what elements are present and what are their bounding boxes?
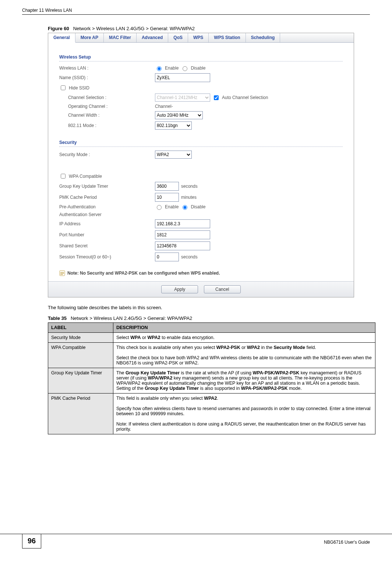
tab-wps[interactable]: WPS: [188, 33, 209, 42]
tab-advanced[interactable]: Advanced: [137, 33, 168, 42]
wpa-compatible-checkbox[interactable]: [61, 174, 66, 179]
authsrv-label: Authentication Server: [59, 212, 155, 217]
cell-desc: The Group Key Update Timer is the rate a…: [113, 368, 375, 394]
cell-label: Group Key Update Timer: [48, 368, 113, 394]
table-row: PMK Cache Period This field is available…: [48, 394, 375, 434]
preauth-label: Pre-Authentication: [59, 204, 155, 209]
ssid-input[interactable]: [155, 73, 210, 82]
timeout-input[interactable]: [155, 253, 179, 261]
auto-channel-checkbox[interactable]: [214, 95, 219, 100]
tab-qos[interactable]: QoS: [168, 33, 188, 42]
ssid-label: Name (SSID) :: [59, 75, 155, 80]
operating-channel-value: Channel-: [155, 104, 173, 109]
figure-title: Network > Wireless LAN 2.4G/5G > General…: [73, 26, 195, 31]
seconds-text-1: seconds: [181, 184, 198, 189]
cell-label: PMK Cache Period: [48, 394, 113, 434]
wlan-disable-radio[interactable]: [183, 66, 187, 71]
seconds-text-2: seconds: [181, 254, 198, 260]
hide-ssid-checkbox[interactable]: [61, 85, 66, 90]
secret-label: Shared Secret: [59, 243, 155, 248]
cell-label: WPA Compatible: [48, 343, 113, 368]
page-footer: 96 NBG6716 User's Guide: [0, 534, 392, 548]
cell-desc: This field is available only when you se…: [113, 394, 375, 434]
tab-scheduling[interactable]: Scheduling: [246, 33, 280, 42]
pmk-input[interactable]: [155, 193, 179, 202]
gkut-input[interactable]: [155, 182, 179, 191]
table-prefix: Table 35: [48, 315, 67, 321]
table-row: Security Mode Select WPA or WPA2 to enab…: [48, 333, 375, 343]
section-security: Security: [59, 140, 343, 147]
auto-channel-label: Auto Channel Selection: [222, 95, 268, 100]
preauth-enable-radio[interactable]: [157, 205, 162, 210]
svg-rect-3: [60, 274, 63, 275]
th-label: LABEL: [48, 323, 113, 333]
ip-input[interactable]: [155, 219, 210, 228]
tab-wps-station[interactable]: WPS Station: [209, 33, 246, 42]
section-wireless-setup: Wireless Setup: [59, 54, 343, 61]
cell-desc: This check box is available only when yo…: [113, 343, 375, 368]
table-caption: Table 35 Network > Wireless LAN 2.4G/5G …: [48, 315, 370, 321]
figure-prefix: Figure 60: [48, 26, 69, 31]
secret-input[interactable]: [155, 241, 210, 250]
tab-mac-filter[interactable]: MAC Filter: [104, 33, 137, 42]
page-number: 96: [22, 534, 41, 548]
svg-rect-1: [60, 272, 64, 273]
note-text: Note: No Security and WPA2-PSK can be co…: [67, 271, 220, 276]
wpa-compatible-label: WPA Compatible: [69, 174, 102, 179]
apply-button[interactable]: Apply: [161, 285, 198, 293]
tab-general[interactable]: General: [48, 33, 75, 43]
security-mode-select[interactable]: WPA2: [155, 151, 192, 159]
tab-more-ap[interactable]: More AP: [75, 33, 104, 42]
channel-width-select[interactable]: Auto 20/40 MHz: [155, 111, 203, 119]
wlan-enable-radio[interactable]: [157, 66, 162, 71]
guide-name: NBG6716 User's Guide: [324, 540, 370, 545]
mode-select[interactable]: 802.11bgn: [155, 121, 192, 130]
note-box: Note: No Security and WPA2-PSK can be co…: [59, 269, 343, 278]
channel-width-label: Channel Width :: [68, 113, 155, 118]
note-icon: [59, 270, 65, 276]
minutes-text: minutes: [181, 195, 197, 200]
table-row: Group Key Update Timer The Group Key Upd…: [48, 368, 375, 394]
chapter-title: Chapter 11 Wireless LAN: [22, 8, 72, 13]
port-input[interactable]: [155, 230, 210, 239]
gkut-label: Group Key Update Timer: [59, 184, 155, 189]
description-table: LABEL DESCRIPTION Security Mode Select W…: [48, 322, 375, 434]
ip-label: IP Address: [59, 221, 155, 226]
svg-rect-2: [60, 273, 64, 274]
tab-bar: General More AP MAC Filter Advanced QoS …: [48, 33, 354, 43]
cell-label: Security Mode: [48, 333, 113, 343]
figure-caption: Figure 60 Network > Wireless LAN 2.4G/5G…: [48, 26, 370, 31]
th-desc: DESCRIPTION: [113, 323, 375, 333]
preauth-enable-text: Enable: [165, 204, 179, 209]
wlan-label: Wireless LAN :: [59, 66, 155, 71]
preauth-disable-radio[interactable]: [183, 205, 187, 210]
pmk-label: PMK Cache Period: [59, 195, 155, 200]
button-bar: Apply Cancel: [48, 281, 354, 297]
screenshot-panel: General More AP MAC Filter Advanced QoS …: [48, 33, 354, 297]
table-row: WPA Compatible This check box is availab…: [48, 343, 375, 368]
operating-channel-label: Operating Channel :: [68, 104, 155, 109]
mode-label: 802.11 Mode :: [68, 123, 155, 128]
table-title: Network > Wireless LAN 2.4G/5G > General…: [71, 315, 192, 321]
cell-desc: Select WPA or WPA2 to enable data encryp…: [113, 333, 375, 343]
body-text: The following table describes the labels…: [48, 305, 370, 310]
preauth-disable-text: Disable: [191, 204, 205, 209]
channel-selection-select[interactable]: Channel-1 2412MHz: [155, 94, 210, 102]
enable-text: Enable: [165, 66, 179, 71]
security-mode-label: Security Mode :: [59, 152, 155, 157]
cancel-button[interactable]: Cancel: [204, 285, 241, 293]
port-label: Port Number: [59, 232, 155, 237]
hide-ssid-label: Hide SSID: [69, 85, 89, 91]
timeout-label: Session Timeout(0 or 60~): [59, 254, 155, 260]
channel-selection-label: Channel Selection :: [68, 95, 155, 100]
disable-text: Disable: [191, 66, 205, 71]
